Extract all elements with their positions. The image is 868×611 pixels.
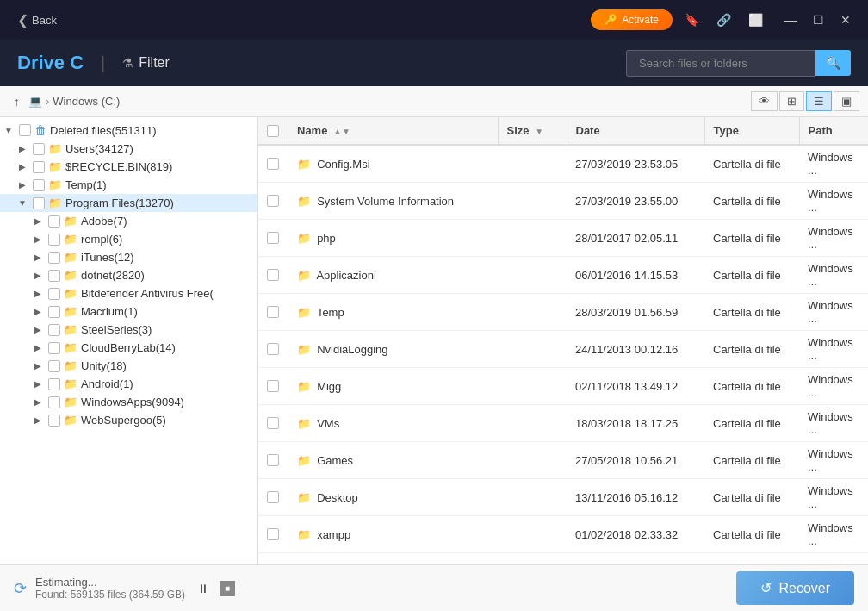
tree-toggle-windowsapps[interactable]: ▶ xyxy=(31,397,45,407)
tree-item-android[interactable]: ▶ 📁 Android(1) xyxy=(0,375,257,393)
tree-toggle-macrium[interactable]: ▶ xyxy=(31,307,45,316)
tree-item-adobe[interactable]: ▶ 📁 Adobe(7) xyxy=(0,212,257,230)
tree-toggle-websupergoo[interactable]: ▶ xyxy=(31,415,45,425)
tree-toggle-dotnet[interactable]: ▶ xyxy=(31,271,45,280)
tree-checkbox-bitdefender[interactable] xyxy=(48,288,60,300)
bookmark-icon-btn[interactable]: 🔖 xyxy=(679,9,704,30)
tree-item-programfiles[interactable]: ▼ 📁 Program Files(13270) xyxy=(0,194,257,212)
tree-item-unity[interactable]: ▶ 📁 Unity(18) xyxy=(0,357,257,375)
activate-button[interactable]: 🔑 Activate xyxy=(591,9,673,30)
breadcrumb-up-button[interactable]: ↑ xyxy=(9,93,25,110)
col-size-header[interactable]: Size ▼ xyxy=(498,117,567,145)
tree-item-users[interactable]: ▶ 📁 Users(34127) xyxy=(0,140,257,158)
tree-checkbox-cloudberry[interactable] xyxy=(48,342,60,354)
tree-item-temp[interactable]: ▶ 📁 Temp(1) xyxy=(0,176,257,194)
tree-toggle-steelseries[interactable]: ▶ xyxy=(31,325,45,334)
tree-item-cloudberry[interactable]: ▶ 📁 CloudBerryLab(14) xyxy=(0,339,257,357)
stop-button[interactable]: ■ xyxy=(220,581,235,596)
view-eye-button[interactable]: 👁 xyxy=(751,91,778,111)
tree-item-windowsapps[interactable]: ▶ 📁 WindowsApps(9094) xyxy=(0,393,257,411)
tree-item-macrium[interactable]: ▶ 📁 Macrium(1) xyxy=(0,302,257,321)
tree-toggle-bitdefender[interactable]: ▶ xyxy=(31,289,45,298)
col-name-header[interactable]: Name ▲▼ xyxy=(288,117,499,145)
share-icon-btn[interactable]: 🔗 xyxy=(711,9,736,30)
row-checkbox-10[interactable] xyxy=(267,528,279,540)
folder-icon-itunes: 📁 xyxy=(64,251,78,264)
breadcrumb-bar: ↑ 💻 › Windows (C:) 👁 ⊞ ☰ ▣ xyxy=(0,86,868,117)
recover-label: Recover xyxy=(778,581,830,596)
row-checkbox-3[interactable] xyxy=(267,269,279,281)
pause-button[interactable]: ⏸ xyxy=(194,580,213,597)
maximize-button[interactable]: ☐ xyxy=(806,8,830,32)
tree-checkbox-adobe[interactable] xyxy=(48,215,60,228)
select-all-checkbox[interactable] xyxy=(267,125,279,137)
folder-icon-row-2: 📁 xyxy=(297,232,311,245)
row-checkbox-5[interactable] xyxy=(267,343,279,355)
tree-checkbox-steelseries[interactable] xyxy=(48,324,60,336)
table-row: 📁 Games 27/05/2018 10.56.21 Cartella di … xyxy=(258,442,868,479)
view-detail-button[interactable]: ▣ xyxy=(834,91,859,111)
tree-checkbox-users[interactable] xyxy=(33,143,45,155)
breadcrumb-path[interactable]: Windows (C:) xyxy=(53,95,120,108)
tree-item-itunes[interactable]: ▶ 📁 iTunes(12) xyxy=(0,248,257,266)
close-button[interactable]: ✕ xyxy=(834,8,858,32)
row-checkbox-2[interactable] xyxy=(267,232,279,244)
tree-item-steelseries[interactable]: ▶ 📁 SteelSeries(3) xyxy=(0,321,257,339)
filter-button[interactable]: ⚗ Filter xyxy=(122,55,170,71)
tree-item-root[interactable]: ▼ 🗑 Deleted files(551311) xyxy=(0,121,257,140)
tree-checkbox-root[interactable] xyxy=(19,124,31,136)
back-button[interactable]: ❮ Back xyxy=(10,9,64,32)
col-date-header[interactable]: Date xyxy=(567,117,704,145)
row-checkbox-4[interactable] xyxy=(267,306,279,318)
view-list-button[interactable]: ☰ xyxy=(806,91,832,111)
tree-toggle-adobe[interactable]: ▶ xyxy=(31,216,45,226)
row-name-3: 📁 Applicazioni xyxy=(288,257,499,294)
tree-checkbox-programfiles[interactable] xyxy=(33,197,45,209)
tree-item-websupergoo[interactable]: ▶ 📁 WebSupergoo(5) xyxy=(0,411,257,429)
tree-toggle-android[interactable]: ▶ xyxy=(31,379,45,389)
row-name-8: 📁 Games xyxy=(288,442,499,479)
row-date-3: 06/01/2016 14.15.53 xyxy=(567,257,704,294)
tree-checkbox-unity[interactable] xyxy=(48,360,60,372)
tree-checkbox-websupergoo[interactable] xyxy=(48,415,60,427)
restore-icon-btn[interactable]: ⬜ xyxy=(743,9,768,30)
tree-checkbox-recyclebin[interactable] xyxy=(33,161,45,173)
tree-label-root: Deleted files(551311) xyxy=(50,124,157,137)
tree-toggle-unity[interactable]: ▶ xyxy=(31,361,45,371)
tree-toggle-users[interactable]: ▶ xyxy=(16,144,29,153)
tree-checkbox-temp[interactable] xyxy=(33,179,45,191)
tree-toggle-root[interactable]: ▼ xyxy=(2,126,16,135)
row-checkbox-6[interactable] xyxy=(267,380,279,392)
row-checkbox-9[interactable] xyxy=(267,491,279,503)
tree-label-itunes: iTunes(12) xyxy=(81,251,134,264)
tree-item-dotnet[interactable]: ▶ 📁 dotnet(2820) xyxy=(0,266,257,284)
tree-toggle-cloudberry[interactable]: ▶ xyxy=(31,343,45,352)
row-checkbox-0[interactable] xyxy=(267,158,279,170)
view-grid-button[interactable]: ⊞ xyxy=(779,91,804,111)
search-button[interactable]: 🔍 xyxy=(815,50,851,76)
tree-checkbox-android[interactable] xyxy=(48,378,60,390)
search-input[interactable] xyxy=(626,50,815,77)
tree-item-recyclebin[interactable]: ▶ 📁 $RECYCLE.BIN(819) xyxy=(0,158,257,176)
tree-toggle-rempl[interactable]: ▶ xyxy=(31,234,45,244)
row-checkbox-8[interactable] xyxy=(267,454,279,466)
tree-toggle-recyclebin[interactable]: ▶ xyxy=(16,162,29,171)
col-type-header[interactable]: Type xyxy=(704,117,799,145)
tree-checkbox-rempl[interactable] xyxy=(48,234,60,246)
tree-checkbox-dotnet[interactable] xyxy=(48,270,60,282)
row-checkbox-7[interactable] xyxy=(267,417,279,429)
tree-toggle-programfiles[interactable]: ▼ xyxy=(16,198,29,208)
row-checkbox-1[interactable] xyxy=(267,195,279,207)
tree-checkbox-itunes[interactable] xyxy=(48,252,60,264)
tree-toggle-itunes[interactable]: ▶ xyxy=(31,253,45,262)
tree-item-bitdefender[interactable]: ▶ 📁 Bitdefender Antivirus Free( xyxy=(0,284,257,302)
tree-item-rempl[interactable]: ▶ 📁 rempl(6) xyxy=(0,230,257,248)
col-check-header[interactable] xyxy=(258,117,288,145)
recover-button[interactable]: ↺ Recover xyxy=(736,571,854,605)
tree-checkbox-windowsapps[interactable] xyxy=(48,396,60,408)
minimize-button[interactable]: — xyxy=(778,8,803,32)
tree-checkbox-macrium[interactable] xyxy=(48,306,60,318)
tree-toggle-temp[interactable]: ▶ xyxy=(16,180,29,190)
filter-label: Filter xyxy=(139,55,170,71)
col-path-header[interactable]: Path xyxy=(799,117,868,145)
